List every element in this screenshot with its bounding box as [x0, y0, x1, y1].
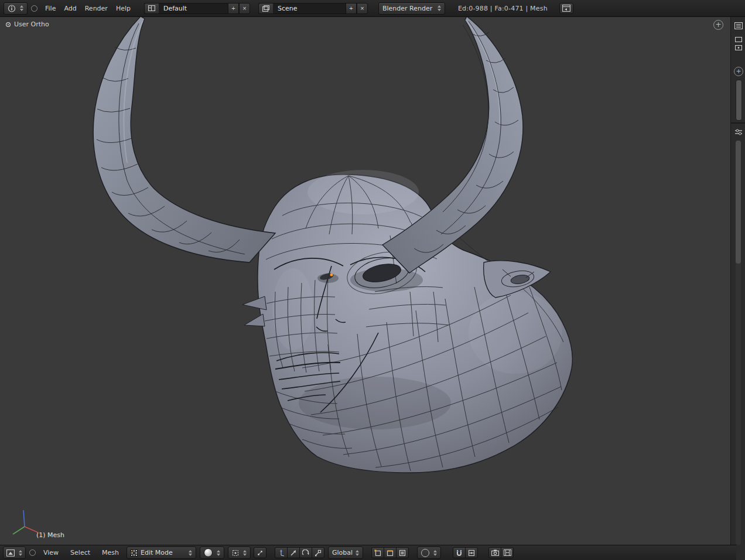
viewport-header: View Select Mesh Edit Mode: [0, 545, 736, 560]
translate-arrow-icon: [290, 549, 297, 556]
properties-icon[interactable]: [733, 127, 744, 138]
view-label-text: User Ortho: [14, 21, 49, 28]
manipulator-toggle-button[interactable]: [275, 547, 288, 558]
manipulator-translate-button[interactable]: [287, 547, 300, 558]
opengl-render-animation-button[interactable]: [501, 547, 514, 558]
chevron-updown-icon: [19, 550, 22, 556]
info-editor-icon: [8, 5, 16, 12]
menu-help[interactable]: Help: [112, 1, 135, 16]
chevron-updown-icon: [20, 5, 23, 11]
screen-layout-browse-button[interactable]: [144, 3, 159, 14]
orientation-label: Global: [332, 549, 353, 556]
scene-delete-button[interactable]: ×: [357, 3, 368, 14]
mode-label: Edit Mode: [141, 549, 173, 556]
main-menubar: File Add Render Help: [41, 1, 135, 16]
snap-group: [453, 547, 478, 558]
outliner-icon[interactable]: [733, 20, 744, 31]
header-menu-toggle-icon[interactable]: [29, 549, 36, 556]
vertex-select-icon: [374, 549, 381, 556]
manipulator-scale-button[interactable]: [312, 547, 324, 558]
chevron-updown-icon: [243, 550, 247, 556]
strip-plus-icon[interactable]: +: [734, 67, 743, 76]
select-mode-group: [371, 547, 409, 558]
manipulator-group: [275, 547, 324, 558]
opengl-render-button[interactable]: [488, 547, 501, 558]
screen-layout-selector: Default + ×: [144, 3, 250, 14]
scene-add-button[interactable]: +: [346, 3, 357, 14]
render-engine-dropdown[interactable]: Blender Render: [378, 2, 445, 15]
editor-type-selector[interactable]: [4, 2, 28, 15]
scene-stats: Ed:0-988 | Fa:0-471 | Mesh: [458, 5, 548, 12]
menu-add[interactable]: Add: [60, 1, 80, 16]
blender-window: File Add Render Help Default + ×: [0, 0, 745, 560]
dot-icon-small[interactable]: [733, 42, 744, 53]
outliner-scrollbar[interactable]: [736, 80, 742, 121]
pivot-center-icon: [257, 549, 264, 556]
snap-magnet-button[interactable]: [453, 547, 466, 558]
chevron-updown-icon: [356, 550, 359, 556]
scene-icon: [262, 5, 269, 12]
shading-sphere-icon: [204, 548, 213, 557]
editor-type-selector-3dview[interactable]: [3, 547, 26, 559]
scene-selector: Scene + ×: [258, 3, 368, 14]
face-select-icon: [399, 549, 406, 556]
menu-file[interactable]: File: [41, 1, 60, 16]
header-menu-toggle-icon[interactable]: [31, 5, 37, 12]
manipulator-rotate-button[interactable]: [299, 547, 312, 558]
region-expand-icon[interactable]: +: [713, 20, 723, 30]
pivot-icon: [232, 549, 239, 556]
transform-orientation-dropdown[interactable]: Global: [328, 547, 363, 559]
properties-scrollbar[interactable]: [736, 141, 741, 545]
render-engine-label: Blender Render: [382, 5, 432, 12]
viewport-editor-icon: [6, 549, 15, 556]
camera-icon: [491, 549, 499, 556]
opengl-render-group: [488, 547, 514, 558]
menu-viewport-select[interactable]: Select: [66, 545, 94, 560]
face-select-button[interactable]: [396, 547, 409, 558]
viewport-shading-dropdown[interactable]: [200, 547, 224, 559]
chevron-updown-icon: [217, 550, 220, 556]
snap-element-icon: [468, 549, 475, 556]
selected-vertex[interactable]: [330, 274, 333, 276]
mode-dropdown[interactable]: Edit Mode: [127, 547, 196, 559]
mesh-wireframe-canvas: [0, 16, 730, 545]
window-icon: [562, 5, 570, 12]
menu-render[interactable]: Render: [81, 1, 112, 16]
edge-select-icon: [387, 549, 394, 556]
scene-browse-button[interactable]: [258, 3, 273, 14]
screen-layout-icon: [148, 5, 155, 11]
region-divider: [731, 122, 745, 124]
chevron-updown-icon: [438, 5, 441, 11]
screen-layout-name-field[interactable]: Default: [159, 3, 228, 14]
window-duplicate-button[interactable]: [559, 3, 573, 14]
menu-viewport-mesh[interactable]: Mesh: [98, 545, 123, 560]
film-icon: [504, 549, 511, 556]
info-header: File Add Render Help Default + ×: [0, 0, 745, 17]
scale-box-icon: [315, 549, 322, 556]
screen-layout-delete-button[interactable]: ×: [239, 3, 250, 14]
rotate-arc-icon: [302, 549, 309, 556]
screen-layout-add-button[interactable]: +: [228, 3, 239, 14]
menu-viewport-view[interactable]: View: [39, 545, 63, 560]
proportional-circle-icon: [421, 549, 429, 557]
chevron-updown-icon: [433, 550, 437, 556]
left-horn: [93, 16, 275, 262]
snap-element-button[interactable]: [465, 547, 478, 558]
viewport-3d[interactable]: User Ortho + (1) Mesh: [0, 16, 730, 545]
pivot-point-dropdown[interactable]: [228, 547, 251, 559]
right-region-strip: +: [730, 16, 745, 560]
view-icon: [5, 22, 11, 28]
proportional-editing-dropdown[interactable]: [417, 547, 441, 559]
pivot-center-toggle[interactable]: [254, 547, 266, 558]
manipulator-axis-icon: [278, 549, 285, 556]
right-horn: [382, 16, 523, 273]
vertex-select-button[interactable]: [371, 547, 384, 558]
active-object-info: (1) Mesh: [36, 531, 64, 539]
scene-name-field[interactable]: Scene: [273, 3, 346, 14]
magnet-icon: [456, 549, 463, 556]
edge-select-button[interactable]: [384, 547, 397, 558]
chevron-updown-icon: [189, 550, 192, 556]
edit-mode-icon: [131, 549, 138, 556]
view-label: User Ortho: [5, 21, 49, 28]
